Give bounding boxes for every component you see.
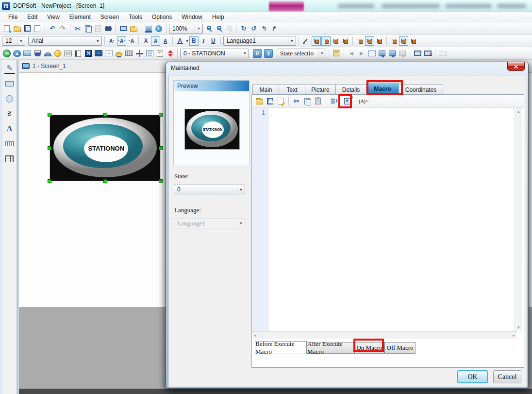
tab-text[interactable]: Text	[279, 84, 305, 95]
redo-icon[interactable]: ↷	[58, 24, 67, 34]
tab-on-macro[interactable]: On Macro	[354, 342, 384, 354]
properties-icon[interactable]	[332, 49, 341, 58]
scroll-right-icon[interactable]: ►	[512, 332, 515, 339]
element-state-select[interactable]: 0 - STATIONON▼	[180, 49, 249, 58]
state-select[interactable]: 0▼	[174, 185, 245, 194]
rotate-ccw-icon[interactable]: ↺	[249, 24, 259, 34]
resize-handle-sw[interactable]	[48, 179, 51, 183]
set-value-icon[interactable]	[22, 49, 32, 58]
resize-handle-e[interactable]	[159, 146, 163, 150]
menu-edit[interactable]: Edit	[23, 13, 42, 21]
menu-options[interactable]: Options	[148, 13, 176, 21]
font-size-select[interactable]: 12▼	[2, 36, 25, 46]
lamp-icon[interactable]	[53, 49, 63, 58]
resize-handle-se[interactable]	[159, 179, 163, 183]
macro-cut-icon[interactable]: ✂	[292, 96, 301, 106]
scroll-up-icon[interactable]: ▲	[517, 108, 520, 115]
alarm-icon[interactable]	[114, 49, 124, 58]
menu-screen[interactable]: Screen	[96, 13, 123, 21]
macro-edit-icon[interactable]	[276, 96, 285, 106]
menu-file[interactable]: File	[4, 13, 22, 21]
menu-element[interactable]: Element	[65, 13, 95, 21]
tank-icon[interactable]	[33, 49, 42, 58]
undo-icon[interactable]: ↶	[48, 24, 57, 34]
scale-tool-icon[interactable]	[4, 138, 15, 149]
font-color-icon[interactable]: A	[175, 36, 184, 46]
macro-editor[interactable]	[269, 108, 515, 331]
grid-icon[interactable]	[367, 49, 377, 58]
meter-icon[interactable]	[43, 49, 52, 58]
save-screen-icon[interactable]	[33, 24, 42, 34]
swoop-left-icon[interactable]: ↰	[259, 24, 269, 34]
tab-coordinates[interactable]: Coordinates	[399, 84, 443, 95]
maintained-button-element[interactable]: STATIONON	[50, 115, 160, 181]
next-gray-icon[interactable]: ►	[357, 49, 366, 58]
new-file-icon[interactable]	[2, 24, 12, 34]
swoop-right-icon[interactable]: ↱	[269, 24, 279, 34]
button-on-icon[interactable]: ON	[2, 49, 12, 58]
obj-align-1-icon[interactable]	[312, 36, 321, 46]
vertical-scrollbar[interactable]: ▲ ▼	[515, 108, 522, 331]
text-align-bottom-icon[interactable]: A	[161, 36, 170, 46]
macro-insert-line-icon[interactable]	[329, 96, 339, 106]
curve-tool-icon[interactable]: Ƨ	[4, 108, 15, 119]
pc-error-icon[interactable]	[423, 49, 432, 58]
obj-align-center-h-icon[interactable]	[365, 36, 374, 46]
download-3-icon[interactable]	[398, 49, 407, 58]
state-selection-select[interactable]: State selectio▼	[277, 49, 326, 58]
scroll-down-icon[interactable]: ▼	[517, 324, 520, 331]
macro-copy-icon[interactable]	[302, 96, 312, 106]
save-icon[interactable]	[22, 24, 32, 34]
obj-align-left-icon[interactable]	[355, 36, 365, 46]
table-tool-icon[interactable]	[4, 154, 15, 164]
resize-handle-s[interactable]	[103, 179, 107, 183]
zoom-off-icon[interactable]	[224, 24, 233, 34]
menu-help[interactable]: Help	[208, 13, 229, 21]
obj-align-bottom-icon[interactable]	[409, 36, 418, 46]
bold-icon[interactable]: B	[189, 36, 199, 46]
tab-main[interactable]: Main	[252, 84, 279, 95]
state-1-button[interactable]: 1	[264, 49, 273, 58]
keypad-icon[interactable]	[124, 49, 134, 58]
macro-expression-icon[interactable]: {A}=	[356, 96, 371, 106]
character-entry-icon[interactable]	[73, 49, 83, 58]
horizontal-scrollbar[interactable]: ◄ ►	[252, 331, 517, 339]
numeric-entry-icon[interactable]: 123	[63, 49, 73, 58]
download-1-icon[interactable]	[377, 49, 387, 58]
pencil-icon[interactable]: ✎	[4, 63, 15, 74]
tab-after-execute-macro[interactable]: After Execute Macro	[307, 342, 354, 354]
tab-macro[interactable]: Macro	[366, 83, 399, 95]
ruler-disabled-icon[interactable]	[438, 49, 448, 58]
macro-paste-icon[interactable]	[313, 96, 323, 106]
scroll-left-icon[interactable]: ◄	[253, 332, 257, 339]
obj-align-top-icon[interactable]	[389, 36, 399, 46]
goto-screen-icon[interactable]: ▲	[12, 49, 22, 58]
download-2-icon[interactable]	[387, 49, 397, 58]
state-0-button[interactable]: 0	[253, 49, 262, 58]
obj-align-3-icon[interactable]	[331, 36, 340, 46]
text-align-left-icon[interactable]: A·	[107, 36, 116, 46]
open-file-icon[interactable]	[12, 24, 22, 34]
xyz-doc-icon[interactable]: xyz	[155, 49, 165, 58]
macro-wizard-icon[interactable]	[343, 96, 352, 106]
cancel-button[interactable]: Cancel	[493, 370, 521, 383]
ellipse-tool-icon[interactable]	[4, 93, 15, 104]
compile-icon[interactable]	[144, 24, 153, 34]
obj-align-right-icon[interactable]	[375, 36, 384, 46]
text-align-right-icon[interactable]: ·A	[127, 36, 136, 46]
ok-button[interactable]: OK	[457, 370, 488, 383]
macro-open-icon[interactable]	[254, 96, 264, 106]
curve-chart-icon[interactable]: ~	[94, 49, 103, 58]
tab-picture[interactable]: Picture	[305, 84, 336, 95]
xy-chart-icon[interactable]: ~	[104, 49, 114, 58]
cut-icon[interactable]: ✂	[73, 24, 83, 34]
resize-handle-ne[interactable]	[159, 113, 163, 117]
prev-gray-icon[interactable]: ◄	[347, 49, 356, 58]
about-info-icon[interactable]: i	[154, 24, 164, 34]
rectangle-tool-icon[interactable]	[4, 78, 15, 89]
text-align-center-icon[interactable]: ·A·	[117, 36, 126, 46]
text-align-middle-icon[interactable]: A	[151, 36, 160, 46]
numeric-display-icon[interactable]: N	[83, 49, 93, 58]
text-align-top-icon[interactable]: A	[141, 36, 150, 46]
underline-icon[interactable]: U	[209, 36, 218, 46]
